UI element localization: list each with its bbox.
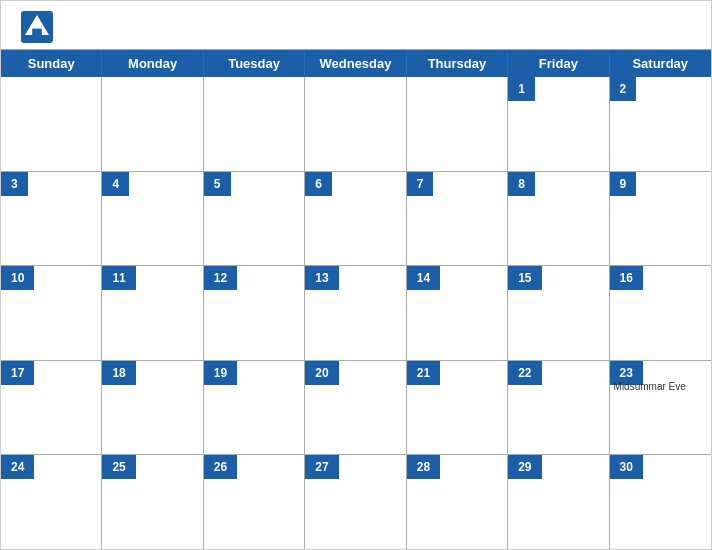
header-saturday: Saturday — [610, 50, 711, 77]
day-cell: 24 — [1, 455, 102, 549]
day-number: 7 — [412, 174, 429, 194]
header-sunday: Sunday — [1, 50, 102, 77]
day-cell — [204, 77, 305, 171]
day-cell: 15 — [508, 266, 609, 360]
day-number: 16 — [615, 268, 638, 288]
day-number: 14 — [412, 268, 435, 288]
day-number: 2 — [615, 79, 632, 99]
day-number: 15 — [513, 268, 536, 288]
day-cell: 3 — [1, 172, 102, 266]
day-cell: 20 — [305, 361, 406, 455]
day-cell: 5 — [204, 172, 305, 266]
week-row-3: 17181920212223Midsummar Eve — [1, 361, 711, 456]
day-cell — [1, 77, 102, 171]
weeks-container: 1234567891011121314151617181920212223Mid… — [1, 77, 711, 549]
day-cell: 16 — [610, 266, 711, 360]
day-number: 22 — [513, 363, 536, 383]
day-cell: 30 — [610, 455, 711, 549]
day-cell: 14 — [407, 266, 508, 360]
day-number: 29 — [513, 457, 536, 477]
day-number: 30 — [615, 457, 638, 477]
event-label: Midsummar Eve — [610, 379, 711, 394]
day-number: 1 — [513, 79, 530, 99]
day-cell: 18 — [102, 361, 203, 455]
week-row-4: 24252627282930 — [1, 455, 711, 549]
day-cell: 19 — [204, 361, 305, 455]
calendar-header — [1, 1, 711, 49]
day-number: 4 — [107, 174, 124, 194]
day-cell: 21 — [407, 361, 508, 455]
day-cell: 4 — [102, 172, 203, 266]
day-cell: 29 — [508, 455, 609, 549]
day-number: 10 — [6, 268, 29, 288]
day-number: 18 — [107, 363, 130, 383]
day-cell — [102, 77, 203, 171]
day-number: 20 — [310, 363, 333, 383]
header-friday: Friday — [508, 50, 609, 77]
day-number: 19 — [209, 363, 232, 383]
day-cell: 12 — [204, 266, 305, 360]
day-cell: 13 — [305, 266, 406, 360]
general-blue-logo-icon — [21, 11, 53, 43]
day-cell: 7 — [407, 172, 508, 266]
header-thursday: Thursday — [407, 50, 508, 77]
day-number: 3 — [6, 174, 23, 194]
day-number: 12 — [209, 268, 232, 288]
day-cell: 1 — [508, 77, 609, 171]
day-cell — [305, 77, 406, 171]
day-cell: 25 — [102, 455, 203, 549]
day-cell: 23Midsummar Eve — [610, 361, 711, 455]
day-cell: 17 — [1, 361, 102, 455]
day-number: 25 — [107, 457, 130, 477]
day-cell: 9 — [610, 172, 711, 266]
calendar-grid: Sunday Monday Tuesday Wednesday Thursday… — [1, 49, 711, 549]
svg-rect-2 — [32, 29, 42, 35]
header-wednesday: Wednesday — [305, 50, 406, 77]
day-number: 26 — [209, 457, 232, 477]
day-number: 28 — [412, 457, 435, 477]
day-cell: 2 — [610, 77, 711, 171]
day-number: 24 — [6, 457, 29, 477]
day-cell: 8 — [508, 172, 609, 266]
day-number: 11 — [107, 268, 130, 288]
day-number: 21 — [412, 363, 435, 383]
day-cell: 11 — [102, 266, 203, 360]
week-row-2: 10111213141516 — [1, 266, 711, 361]
day-headers-row: Sunday Monday Tuesday Wednesday Thursday… — [1, 50, 711, 77]
logo — [21, 11, 57, 43]
day-number: 17 — [6, 363, 29, 383]
day-cell — [407, 77, 508, 171]
day-number: 13 — [310, 268, 333, 288]
day-cell: 27 — [305, 455, 406, 549]
day-cell: 26 — [204, 455, 305, 549]
day-number: 9 — [615, 174, 632, 194]
day-number: 6 — [310, 174, 327, 194]
day-number: 5 — [209, 174, 226, 194]
day-number: 27 — [310, 457, 333, 477]
week-row-0: 12 — [1, 77, 711, 172]
header-monday: Monday — [102, 50, 203, 77]
day-cell: 22 — [508, 361, 609, 455]
day-cell: 6 — [305, 172, 406, 266]
week-row-1: 3456789 — [1, 172, 711, 267]
calendar: Sunday Monday Tuesday Wednesday Thursday… — [0, 0, 712, 550]
day-cell: 28 — [407, 455, 508, 549]
header-tuesday: Tuesday — [204, 50, 305, 77]
day-cell: 10 — [1, 266, 102, 360]
day-number: 8 — [513, 174, 530, 194]
